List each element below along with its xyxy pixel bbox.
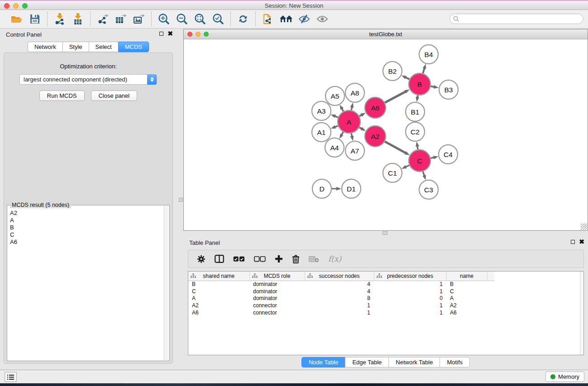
tab-network-table[interactable]: Network Table [388,357,440,367]
network-edge-B-B1[interactable] [417,95,418,98]
network-node-B4[interactable]: B4 [419,45,438,64]
first-neighbors-button[interactable] [278,12,294,26]
network-node-D[interactable]: D [312,179,331,198]
open-session-button[interactable] [9,12,24,26]
tab-node-table[interactable]: Node Table [301,357,345,367]
mcds-result-list[interactable]: A2ABCA6 [7,205,169,246]
show-all-button[interactable] [315,12,330,26]
tab-motifs[interactable]: Motifs [440,357,470,367]
zoom-in-button[interactable] [156,12,172,26]
network-node-A8[interactable]: A8 [345,83,364,102]
table-cell[interactable]: connector [249,302,305,309]
table-settings-button[interactable] [197,252,206,266]
table-cell[interactable]: A [446,295,487,302]
float-panel-icon[interactable] [159,32,163,36]
network-node-A2[interactable]: A2 [365,126,386,147]
network-edge-A-A2[interactable] [359,128,362,129]
column-header-name[interactable]: name [446,272,487,281]
delete-columns-button[interactable] [292,252,300,266]
table-scrollbar[interactable] [580,272,583,355]
zoom-fit-button[interactable] [192,12,208,26]
result-list-item[interactable]: A2 [10,210,167,217]
network-window-titlebar[interactable]: testGlobe.txt [184,29,588,39]
network-edge-B-B2[interactable] [405,77,410,79]
network-node-A7[interactable]: A7 [345,141,364,160]
table-cell[interactable]: B [446,281,487,288]
tab-network[interactable]: Network [28,42,62,52]
network-edge-A-A3[interactable] [335,116,338,117]
table-row[interactable]: A2connector11A2 [188,302,494,309]
table-cell[interactable]: C [188,288,249,295]
network-edge-C-C4[interactable] [430,157,434,158]
network-node-C4[interactable]: C4 [439,145,458,164]
network-node-A3[interactable]: A3 [312,101,331,120]
network-edge-A-A5[interactable] [342,108,344,111]
result-list-item[interactable]: C [10,231,167,238]
table-cell[interactable]: 1 [305,302,374,309]
hide-selected-button[interactable] [296,12,312,26]
select-all-columns-button[interactable] [233,252,245,266]
network-edge-A6-B[interactable] [385,91,406,103]
network-node-A5[interactable]: A5 [325,86,344,105]
result-scrollbar[interactable] [164,206,169,360]
table-cell[interactable]: 8 [305,295,374,302]
close-table-panel-icon[interactable]: ✖ [579,239,584,244]
table-row[interactable]: Adominator80A [188,295,494,302]
create-column-button[interactable] [275,252,283,266]
network-edge-A-A7[interactable] [351,133,352,137]
network-node-B3[interactable]: B3 [439,80,458,99]
network-edge-A-A1[interactable] [335,126,338,127]
network-canvas[interactable]: B4B2BB3A8A5A6B1A3AA1C2A2A4A7C4CC1C3DD1 [184,39,588,230]
criterion-select[interactable]: largest connected component (directed) [19,74,157,85]
table-cell[interactable]: B [188,281,249,288]
export-table-button[interactable] [113,12,129,26]
table-cell[interactable]: 4 [305,281,374,288]
column-header-shared-name[interactable]: shared name [188,272,249,281]
new-network-from-selection-button[interactable] [260,12,276,26]
search-input[interactable] [449,14,583,24]
tab-edge-table[interactable]: Edge Table [345,357,388,367]
result-list-item[interactable]: A [10,217,167,224]
delete-table-button[interactable] [309,252,319,266]
column-header-predecessor-nodes[interactable]: predecessor nodes [374,272,446,281]
table-cell[interactable]: 1 [305,309,374,316]
table-cell[interactable]: connector [249,309,305,316]
tab-mcds[interactable]: MCDS [118,42,149,52]
network-node-C2[interactable]: C2 [406,122,425,141]
run-mcds-button[interactable]: Run MCDS [39,91,85,101]
import-table-button[interactable] [70,12,86,26]
table-cell[interactable]: dominator [249,281,305,288]
network-node-C1[interactable]: C1 [383,163,402,182]
network-edge-B-B3[interactable] [431,86,435,87]
function-builder-button[interactable]: f(x) [328,254,341,263]
save-session-button[interactable] [27,12,43,26]
tab-style[interactable]: Style [62,42,89,52]
network-node-A[interactable]: A [338,110,360,133]
table-cell[interactable]: dominator [249,295,305,302]
tab-select[interactable]: Select [89,42,118,52]
result-list-item[interactable]: A6 [10,238,167,246]
zoom-out-button[interactable] [174,12,190,26]
network-node-C[interactable]: C [409,150,430,172]
refresh-view-button[interactable] [235,12,251,26]
memory-button[interactable]: Memory [545,372,584,382]
table-cell[interactable]: dominator [249,288,305,295]
vertical-splitter-handle[interactable] [179,198,183,202]
table-cell[interactable]: A6 [446,309,487,316]
network-node-D1[interactable]: D1 [342,179,361,198]
table-row[interactable]: Cdominator41C [188,288,494,295]
export-network-button[interactable] [95,12,110,26]
import-network-button[interactable] [52,12,67,26]
table-row[interactable]: A6connector11A6 [188,309,494,316]
network-edge-C-C2[interactable] [417,146,418,150]
toggle-column-display-button[interactable] [215,252,224,266]
close-panel-icon[interactable]: ✖ [167,31,173,36]
network-edge-C-C1[interactable] [405,165,409,167]
column-header-MCDS-role[interactable]: MCDS role [249,272,305,281]
column-header-successor-nodes[interactable]: successor nodes [305,272,374,281]
network-node-B2[interactable]: B2 [383,62,402,81]
network-edge-A2-C[interactable] [385,142,406,153]
table-cell[interactable]: A2 [188,302,249,309]
export-image-button[interactable] [131,12,147,26]
network-edge-A-A4[interactable] [341,132,343,135]
